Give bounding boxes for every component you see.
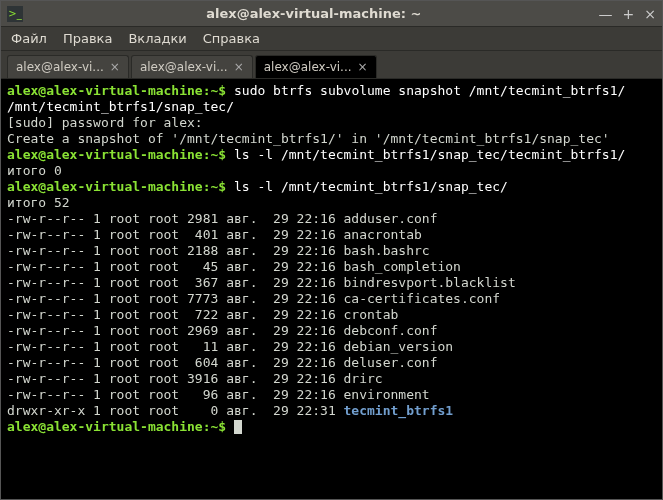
prompt: alex@alex-virtual-machine:~$ [7,83,226,98]
prompt: alex@alex-virtual-machine:~$ [7,147,226,162]
output-line: Create a snapshot of '/mnt/tecmint_btrfs… [7,131,610,146]
cmd-text: ls -l /mnt/tecmint_btrfs1/snap_tec/ [234,179,508,194]
ls-line: -rw-r--r-- 1 root root 11 авг. 29 22:16 … [7,339,453,354]
tab-label: alex@alex-vi... [140,60,228,74]
menu-help[interactable]: Справка [203,31,260,46]
close-icon[interactable]: × [110,60,120,74]
output-line: итого 0 [7,163,62,178]
ls-line: -rw-r--r-- 1 root root 3916 авг. 29 22:1… [7,371,383,386]
ls-line: -rw-r--r-- 1 root root 2188 авг. 29 22:1… [7,243,430,258]
tab-label: alex@alex-vi... [16,60,104,74]
menu-file[interactable]: Файл [11,31,47,46]
window-controls: — + × [599,6,656,22]
close-icon[interactable]: × [358,60,368,74]
prompt: alex@alex-virtual-machine:~$ [7,179,226,194]
tab-1[interactable]: alex@alex-vi... × [131,55,253,78]
terminal-window: >_ alex@alex-virtual-machine: ~ — + × Фа… [0,0,663,500]
ls-line: -rw-r--r-- 1 root root 7773 авг. 29 22:1… [7,291,500,306]
ls-line: -rw-r--r-- 1 root root 401 авг. 29 22:16… [7,227,422,242]
menu-edit[interactable]: Правка [63,31,112,46]
directory-name: tecmint_btrfs1 [344,403,454,418]
cmd-text: /mnt/tecmint_btrfs1/snap_tec/ [7,99,234,114]
ls-line: -rw-r--r-- 1 root root 96 авг. 29 22:16 … [7,387,430,402]
prompt: alex@alex-virtual-machine:~$ [7,419,226,434]
close-icon[interactable]: × [234,60,244,74]
cursor [234,420,242,434]
terminal-icon: >_ [7,6,23,22]
cmd-text: ls -l /mnt/tecmint_btrfs1/snap_tec/tecmi… [234,147,625,162]
menubar: Файл Правка Вкладки Справка [1,27,662,51]
titlebar[interactable]: >_ alex@alex-virtual-machine: ~ — + × [1,1,662,27]
minimize-button[interactable]: — [599,6,613,22]
menu-tabs[interactable]: Вкладки [128,31,186,46]
ls-line: -rw-r--r-- 1 root root 367 авг. 29 22:16… [7,275,516,290]
tab-0[interactable]: alex@alex-vi... × [7,55,129,78]
window-title: alex@alex-virtual-machine: ~ [29,6,599,21]
terminal-area[interactable]: alex@alex-virtual-machine:~$ sudo btrfs … [1,79,662,499]
cmd-text: sudo btrfs subvolume snapshot /mnt/tecmi… [234,83,625,98]
maximize-button[interactable]: + [623,6,635,22]
tabbar: alex@alex-vi... × alex@alex-vi... × alex… [1,51,662,79]
output-line: итого 52 [7,195,70,210]
tab-label: alex@alex-vi... [264,60,352,74]
ls-line: -rw-r--r-- 1 root root 722 авг. 29 22:16… [7,307,398,322]
ls-line-prefix: drwxr-xr-x 1 root root 0 авг. 29 22:31 [7,403,344,418]
ls-line: -rw-r--r-- 1 root root 45 авг. 29 22:16 … [7,259,461,274]
close-button[interactable]: × [644,6,656,22]
ls-line: -rw-r--r-- 1 root root 2981 авг. 29 22:1… [7,211,437,226]
tab-2[interactable]: alex@alex-vi... × [255,55,377,78]
ls-line: -rw-r--r-- 1 root root 604 авг. 29 22:16… [7,355,437,370]
ls-line: -rw-r--r-- 1 root root 2969 авг. 29 22:1… [7,323,437,338]
output-line: [sudo] password for alex: [7,115,203,130]
